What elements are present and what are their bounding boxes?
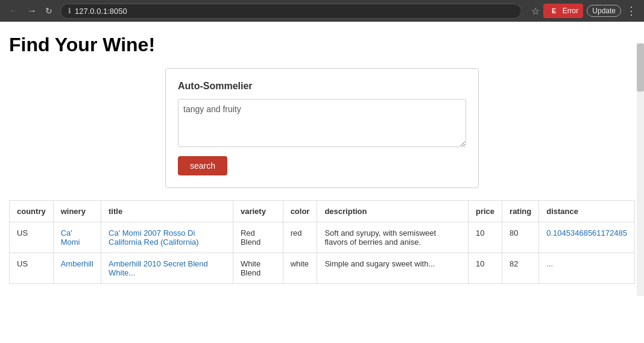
cell-country: US bbox=[10, 222, 54, 253]
lock-icon: ℹ bbox=[68, 7, 71, 15]
update-button[interactable]: Update bbox=[587, 5, 621, 17]
cell-price: 10 bbox=[469, 253, 502, 284]
nav-buttons: ← → ↻ bbox=[6, 4, 55, 17]
cell-distance: 0.10453468561172485 bbox=[539, 222, 635, 253]
card-title: Auto-Sommelier bbox=[178, 81, 466, 92]
col-rating: rating bbox=[502, 201, 539, 222]
error-avatar: E bbox=[548, 5, 560, 17]
search-card: Auto-Sommelier tangy and fruity search bbox=[165, 68, 479, 188]
col-description: description bbox=[317, 201, 469, 222]
browser-actions: ☆ E Error Update ⋮ bbox=[531, 3, 638, 19]
cell-title: Amberhill 2010 Secret Blend White... bbox=[101, 253, 233, 284]
results-table: country winery title variety color descr… bbox=[9, 200, 635, 284]
cell-variety: Red Blend bbox=[233, 222, 283, 253]
col-color: color bbox=[283, 201, 317, 222]
col-price: price bbox=[469, 201, 502, 222]
cell-price: 10 bbox=[469, 222, 502, 253]
cell-variety: White Blend bbox=[233, 253, 283, 284]
table-header-row: country winery title variety color descr… bbox=[10, 201, 635, 222]
table-row: USAmberhillAmberhill 2010 Secret Blend W… bbox=[10, 253, 635, 284]
cell-title: Ca' Momi 2007 Rosso Di California Red (C… bbox=[101, 222, 233, 253]
search-button[interactable]: search bbox=[178, 156, 227, 175]
col-variety: variety bbox=[233, 201, 283, 222]
col-distance: distance bbox=[539, 201, 635, 222]
scroll-thumb[interactable] bbox=[637, 43, 644, 92]
cell-rating: 80 bbox=[502, 222, 539, 253]
cell-color: white bbox=[283, 253, 317, 284]
cell-color: red bbox=[283, 222, 317, 253]
search-textarea[interactable]: tangy and fruity bbox=[178, 99, 466, 147]
bookmark-button[interactable]: ☆ bbox=[531, 5, 540, 17]
page-title: Find Your Wine! bbox=[9, 34, 635, 56]
back-button[interactable]: ← bbox=[6, 4, 22, 17]
table-row: USCa' MomiCa' Momi 2007 Rosso Di Califor… bbox=[10, 222, 635, 253]
forward-button[interactable]: → bbox=[24, 4, 40, 17]
col-country: country bbox=[10, 201, 54, 222]
error-label: Error bbox=[563, 7, 579, 15]
col-winery: winery bbox=[53, 201, 101, 222]
col-title: title bbox=[101, 201, 233, 222]
cell-description: Soft and syrupy, with semisweet flavors … bbox=[317, 222, 469, 253]
page-content: Find Your Wine! Auto-Sommelier tangy and… bbox=[0, 22, 644, 296]
address-bar[interactable]: ℹ 127.0.0.1:8050 bbox=[60, 4, 522, 19]
error-badge: E Error bbox=[543, 4, 584, 18]
cell-winery: Ca' Momi bbox=[53, 222, 101, 253]
browser-menu-button[interactable]: ⋮ bbox=[625, 3, 638, 19]
cell-winery: Amberhill bbox=[53, 253, 101, 284]
cell-country: US bbox=[10, 253, 54, 284]
browser-chrome: ← → ↻ ℹ 127.0.0.1:8050 ☆ E Error Update … bbox=[0, 0, 644, 22]
scroll-track bbox=[637, 43, 644, 296]
cell-rating: 82 bbox=[502, 253, 539, 284]
url-text: 127.0.0.1:8050 bbox=[75, 7, 127, 16]
cell-description: Simple and sugary sweet with... bbox=[317, 253, 469, 284]
refresh-button[interactable]: ↻ bbox=[42, 5, 55, 17]
cell-distance: ... bbox=[539, 253, 635, 284]
